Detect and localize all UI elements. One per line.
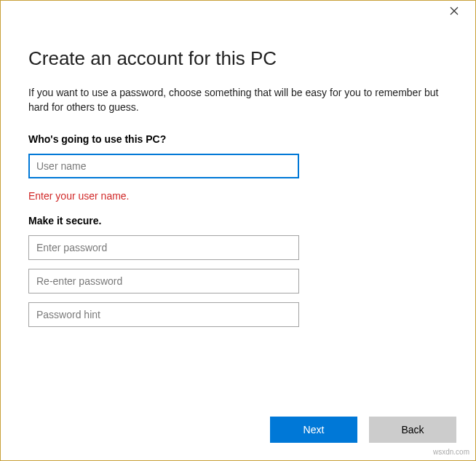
section-secure-label: Make it secure. [28, 215, 448, 226]
dialog-window: Create an account for this PC If you wan… [0, 0, 476, 461]
button-row: Next Back [270, 417, 456, 443]
page-description: If you want to use a password, choose so… [28, 86, 448, 114]
close-icon [450, 6, 459, 17]
password-confirm-input[interactable] [28, 269, 299, 293]
section-user-label: Who's going to use this PC? [28, 133, 448, 145]
password-input[interactable] [28, 235, 299, 260]
page-title: Create an account for this PC [28, 47, 448, 70]
password-hint-input[interactable] [28, 302, 299, 327]
username-input[interactable] [28, 154, 299, 178]
dialog-content: Create an account for this PC If you wan… [1, 23, 475, 336]
back-button[interactable]: Back [369, 417, 456, 443]
next-button[interactable]: Next [270, 417, 357, 443]
close-button[interactable] [443, 1, 465, 23]
watermark: wsxdn.com [433, 448, 469, 456]
titlebar [1, 1, 475, 23]
username-error: Enter your user name. [28, 190, 448, 202]
